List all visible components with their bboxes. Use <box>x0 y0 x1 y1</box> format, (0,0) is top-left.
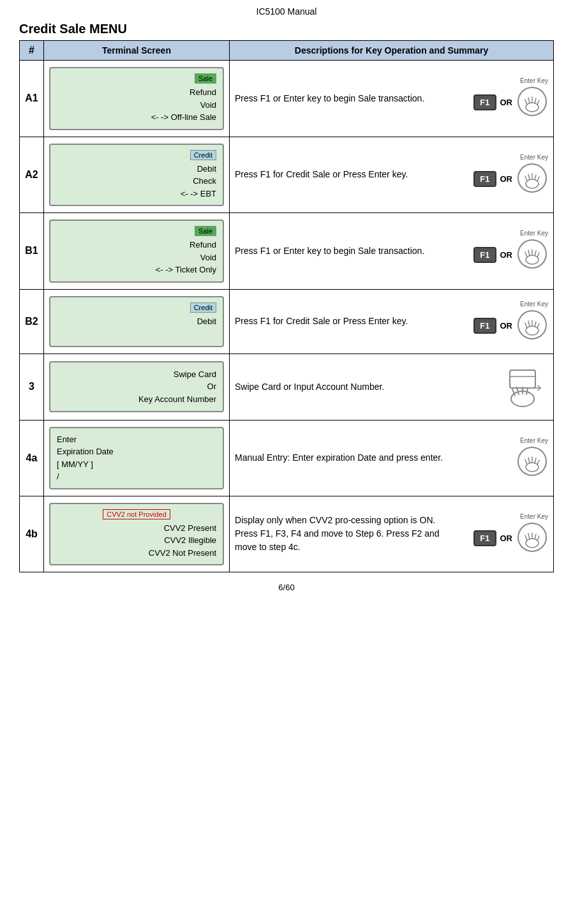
key-visual: Enter KeyF1OR <box>473 154 548 196</box>
svg-line-38 <box>528 458 530 463</box>
desc-cell: Swipe Card or Input Account Number. <box>230 354 554 420</box>
f1-key[interactable]: F1 <box>473 171 496 187</box>
desc-image <box>446 361 548 414</box>
svg-line-3 <box>528 98 530 103</box>
svg-line-41 <box>537 460 539 465</box>
desc-image: Enter KeyF1OR <box>446 513 548 555</box>
header-num: # <box>20 41 44 61</box>
row-num: A2 <box>20 137 44 213</box>
header-desc: Descriptions for Key Operation and Summa… <box>230 41 554 61</box>
svg-line-9 <box>525 176 527 181</box>
svg-line-6 <box>537 100 539 105</box>
table-row: A2CreditDebitCheck<- -> EBTPress F1 for … <box>20 137 554 213</box>
table-row: 4aEnterExpiration Date[ MM/YY ]/Manual E… <box>20 420 554 496</box>
table-row: B1SaleRefundVoid<- -> Ticket OnlyPress F… <box>20 213 554 290</box>
key-visual: Enter KeyF1OR <box>473 513 548 555</box>
enter-key-label: Enter Key <box>520 154 548 161</box>
svg-line-44 <box>525 535 527 540</box>
svg-point-15 <box>526 255 539 264</box>
screen-cell: EnterExpiration Date[ MM/YY ]/ <box>43 420 229 496</box>
or-label: OR <box>500 174 513 184</box>
svg-point-8 <box>526 179 539 188</box>
key-btn-row: F1OR <box>473 86 548 119</box>
or-label: OR <box>500 533 513 543</box>
svg-line-24 <box>528 321 530 327</box>
row-num: 4a <box>20 420 44 496</box>
desc-image: Enter KeyF1OR <box>446 154 548 196</box>
svg-point-1 <box>526 103 539 112</box>
enter-key-icon <box>516 162 548 196</box>
table-row: 3Swipe CardOrKey Account NumberSwipe Car… <box>20 354 554 420</box>
row-num: 3 <box>20 354 44 420</box>
svg-line-48 <box>537 536 539 540</box>
desc-cell: Press F1 for Credit Sale or Press Enter … <box>230 137 554 213</box>
screen-cell: CreditDebit <box>43 289 229 354</box>
svg-line-12 <box>535 175 536 180</box>
table-row: A1SaleRefundVoid<- -> Off-line SalePress… <box>20 61 554 137</box>
screen-cell: SaleRefundVoid<- -> Ticket Only <box>43 213 229 290</box>
header-screen: Terminal Screen <box>43 41 229 61</box>
f1-key[interactable]: F1 <box>473 318 496 334</box>
screen-cell: Swipe CardOrKey Account Number <box>43 354 229 420</box>
svg-line-10 <box>528 174 530 180</box>
desc-image: Enter KeyF1OR <box>446 77 548 119</box>
key-btn-row: F1OR <box>473 162 548 196</box>
row-num: A1 <box>20 61 44 137</box>
enter-key-label: Enter Key <box>520 230 548 237</box>
desc-text: Manual Entry: Enter expiration Date and … <box>235 451 446 465</box>
table-row: 4bCVV2 not ProvidedCVV2 PresentCVV2 Ille… <box>20 496 554 572</box>
svg-line-13 <box>537 177 539 181</box>
svg-line-2 <box>525 100 527 105</box>
key-btn-row: F1OR <box>473 521 548 555</box>
svg-point-36 <box>526 463 539 472</box>
enter-key-label: Enter Key <box>520 513 548 520</box>
desc-cell: Press F1 or Enter key to begin Sale tran… <box>230 61 554 137</box>
key-visual: Enter Key <box>516 437 548 479</box>
svg-line-34 <box>526 389 528 394</box>
main-table: # Terminal Screen Descriptions for Key O… <box>19 40 554 572</box>
row-num: B2 <box>20 289 44 354</box>
desc-cell: Manual Entry: Enter expiration Date and … <box>230 420 554 496</box>
svg-line-45 <box>528 533 530 539</box>
key-btn-row: F1OR <box>473 309 548 343</box>
row-num: 4b <box>20 496 44 572</box>
svg-line-23 <box>525 323 527 328</box>
row-num: B1 <box>20 213 44 290</box>
page-title: IC5100 Manual <box>19 6 554 17</box>
enter-key-label: Enter Key <box>520 77 548 84</box>
enter-key-label: Enter Key <box>520 301 548 308</box>
desc-image: Enter KeyF1OR <box>446 301 548 343</box>
or-label: OR <box>500 321 513 331</box>
enter-key-icon <box>516 86 548 119</box>
svg-line-5 <box>535 98 536 103</box>
desc-text: Press F1 for Credit Sale or Press Enter … <box>235 168 446 181</box>
desc-cell: Press F1 for Credit Sale or Press Enter … <box>230 289 554 354</box>
svg-line-16 <box>525 252 527 257</box>
key-btn-row <box>516 445 548 479</box>
screen-cell: CreditDebitCheck<- -> EBT <box>43 137 229 213</box>
desc-text: Press F1 or Enter key to begin Sale tran… <box>235 244 446 258</box>
f1-key[interactable]: F1 <box>473 530 496 546</box>
svg-line-26 <box>535 322 536 327</box>
key-visual: Enter KeyF1OR <box>473 230 548 272</box>
desc-image: Enter Key <box>446 437 548 479</box>
svg-point-22 <box>526 326 539 335</box>
desc-cell: Display only when CVV2 pro-cessing optio… <box>230 496 554 572</box>
desc-image: Enter KeyF1OR <box>446 230 548 272</box>
f1-key[interactable]: F1 <box>473 247 496 263</box>
enter-key-label: Enter Key <box>520 437 548 444</box>
svg-line-19 <box>535 251 536 256</box>
enter-key-icon <box>516 445 548 479</box>
svg-line-37 <box>525 459 527 465</box>
enter-key-icon <box>516 309 548 343</box>
key-visual: Enter KeyF1OR <box>473 77 548 119</box>
or-label: OR <box>500 98 513 107</box>
desc-text: Display only when CVV2 pro-cessing optio… <box>235 514 446 554</box>
screen-cell: CVV2 not ProvidedCVV2 PresentCVV2 Illegi… <box>43 496 229 572</box>
table-row: B2CreditDebitPress F1 for Credit Sale or… <box>20 289 554 354</box>
svg-line-20 <box>537 253 539 257</box>
svg-rect-28 <box>510 370 535 388</box>
swipe-hand-icon <box>497 361 548 414</box>
svg-line-47 <box>535 534 536 539</box>
f1-key[interactable]: F1 <box>473 94 496 110</box>
